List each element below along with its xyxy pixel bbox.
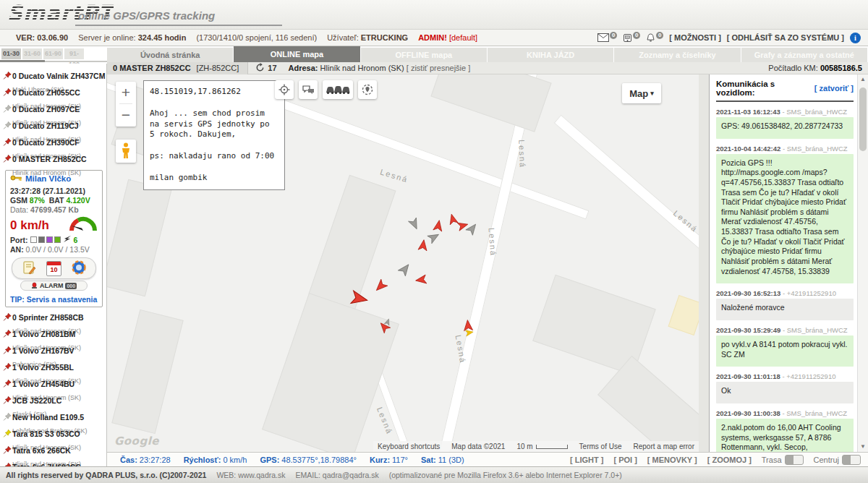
vehicle-list-item[interactable]: Tatra 6x6 266CKHliník nad Hronom (SK) bbox=[0, 443, 106, 459]
vehicle-list-item[interactable]: JCB JS220LCSlaská (SK) bbox=[0, 393, 106, 409]
vehicle-list-item[interactable]: 0 Sprinter ZH858CBHliník nad Hronom (SK) bbox=[0, 309, 106, 326]
service-settings-link[interactable]: TIP: Servis a nastavenia bbox=[10, 295, 98, 304]
selected-vehicle-plate: [ZH-852CC] bbox=[197, 64, 239, 72]
vehicle-arrow-marker[interactable] bbox=[465, 328, 474, 337]
vehicle-list-item[interactable]: New Holland E109.5Lehôtka pod Brehmy (SK… bbox=[0, 409, 106, 426]
alarm-bell-icon[interactable]: 0 bbox=[646, 33, 663, 43]
server-status-group: VER: 03.06.90 Server je online: 324.45 h… bbox=[0, 33, 477, 42]
pushpin-icon bbox=[3, 461, 12, 466]
chevron-down-icon: ▾ bbox=[650, 90, 654, 97]
vehicle-detail-panel: Milan Vlčko 23:27:28 (27.11.2021) GSM 87… bbox=[5, 170, 103, 307]
map-button-menovky[interactable]: [ MENOVKY ] bbox=[647, 456, 697, 464]
tab-online-mapa[interactable]: ONLINE mapa bbox=[234, 46, 359, 62]
message-bubble: 2.nakl.potom do 16,00 AHT Cooling system… bbox=[716, 419, 854, 452]
settings-globe-icon[interactable] bbox=[72, 260, 86, 276]
vehicle-list-item[interactable]: 0 Ducato ZH097CEHliník nad Hronom (SK) bbox=[0, 101, 106, 118]
poi-location-icon[interactable] bbox=[358, 80, 377, 99]
vehicle-list-item[interactable]: 1 Volvo ZH355BLHliník nad Hronom (SK) bbox=[0, 359, 106, 376]
comm-scrollbar[interactable]: ▲ ▼ bbox=[857, 74, 868, 452]
street-view-pegman[interactable] bbox=[116, 140, 136, 163]
map-button-light[interactable]: [ LIGHT ] bbox=[570, 456, 603, 464]
pushpin-icon bbox=[3, 312, 12, 325]
vehicle-name: 0 Ducato Valnik ZH437CM bbox=[12, 72, 105, 80]
scroll-up-arrow[interactable]: ▲ bbox=[858, 74, 868, 85]
tab-offline-mapa[interactable]: OFFLINE mapa bbox=[361, 48, 487, 62]
tab-zoznamy-a-seln-ky[interactable]: Zoznamy a číselníky bbox=[614, 48, 740, 62]
report-map-error-link[interactable]: Report a map error bbox=[634, 443, 694, 450]
keyboard-shortcuts-link[interactable]: Keyboard shortcuts bbox=[378, 443, 440, 450]
options-button[interactable]: [ MOŽNOSTI ] bbox=[669, 33, 721, 42]
pager-tab-91-120[interactable]: 91-120 bbox=[64, 48, 84, 59]
map-note-box[interactable]: 48.151019,17.861262 Ahoj ... sem chod pr… bbox=[143, 80, 285, 190]
map-zoom-control: + − bbox=[116, 82, 136, 127]
vehicle-name: 0 Ducato ZH119CJ bbox=[12, 121, 79, 130]
vehicle-arrow-marker[interactable] bbox=[351, 290, 369, 308]
tab-grafy-a-z-znamy-a-ostatn-[interactable]: Grafy a záznamy a ostatné bbox=[741, 48, 867, 62]
zoom-in-button[interactable]: + bbox=[116, 82, 136, 103]
centruj-label: Centruj bbox=[814, 456, 839, 464]
street-name-label: Lesná bbox=[379, 167, 409, 184]
status-gps: GPS:48.53775°,18.79884° bbox=[260, 456, 357, 464]
street-name-label: Lesná bbox=[517, 140, 527, 168]
vehicle-list-item[interactable]: 0 Ducato Valnik ZH437CMMalé Uherce (SK) bbox=[0, 68, 106, 85]
gsm-device-icon[interactable]: 0 bbox=[623, 33, 640, 43]
status-header-bar: VER: 03.06.90 Server je online: 324.45 h… bbox=[0, 29, 868, 46]
pager-tab-01-30[interactable]: 01-30 bbox=[1, 48, 21, 59]
pager-tab-61-90[interactable]: 61-90 bbox=[43, 48, 63, 59]
scroll-down-arrow[interactable]: ▼ bbox=[858, 442, 868, 452]
traffic-icon[interactable] bbox=[323, 80, 353, 99]
mail-icon[interactable]: 0 bbox=[597, 33, 617, 42]
notes-icon[interactable] bbox=[22, 260, 36, 276]
calendar-icon[interactable]: 10 bbox=[46, 261, 61, 276]
pushpin-icon bbox=[3, 411, 12, 424]
refresh-icon[interactable] bbox=[255, 63, 265, 74]
selected-vehicle-name-cell[interactable]: 0 MASTER ZH852CC [ZH-852CC] bbox=[107, 62, 248, 74]
scroll-thumb[interactable] bbox=[859, 87, 867, 151]
vehicle-list-item[interactable]: 0 Ducato ZH119CJHliník nad Hronom (SK) bbox=[0, 118, 106, 134]
vehicle-list-item[interactable]: 0 MASTER ZH852CCHliník nad Hronom (SK) bbox=[0, 151, 106, 168]
terms-of-use-link[interactable]: Terms of Use bbox=[579, 443, 622, 450]
tab--vodn-str-nka[interactable]: Úvodná stránka bbox=[107, 48, 233, 62]
online-map[interactable]: LesnáLesnáLesnáLesnáLesnáLesná + − 48.15… bbox=[107, 74, 699, 452]
driver-name[interactable]: Milan Vlčko bbox=[25, 174, 71, 183]
chat-bubbles-icon[interactable] bbox=[299, 80, 318, 99]
vehicle-arrow-marker[interactable] bbox=[467, 223, 479, 235]
vehicle-arrow-marker[interactable] bbox=[415, 274, 427, 286]
status-satellites: Sat:11 (3D) bbox=[421, 456, 464, 464]
info-icon[interactable]: i bbox=[850, 33, 861, 43]
address-refine-link[interactable]: [ zistiť presnejšie ] bbox=[407, 64, 471, 72]
vehicle-arrow-marker[interactable] bbox=[417, 239, 430, 252]
map-button-zoomoj[interactable]: [ ZOOMOJ ] bbox=[707, 456, 752, 464]
speed-row: 0 km/h bbox=[10, 216, 98, 234]
map-button-poi[interactable]: [ POI ] bbox=[613, 456, 637, 464]
locate-crosshair-icon[interactable] bbox=[275, 80, 294, 99]
pushpin-icon bbox=[3, 428, 12, 441]
vehicle-list-item[interactable]: 1 Volvo ZH167BVPohranice (SK) bbox=[0, 343, 106, 359]
pager-tab-31-60[interactable]: 31-60 bbox=[22, 48, 42, 59]
trasa-toggle[interactable] bbox=[785, 455, 804, 465]
vehicle-list-item[interactable]: Tatra 6x6 ZH682CGHliník nad Hronom (SK) bbox=[0, 459, 106, 466]
map-toolbar bbox=[275, 80, 377, 99]
pushpin-icon bbox=[3, 137, 12, 150]
vehicle-list-item[interactable]: 1 Volvo ZH081BMHliník nad Hronom (SK) bbox=[0, 326, 106, 343]
vehicle-arrow-marker[interactable] bbox=[409, 218, 421, 231]
map-poi-area bbox=[668, 295, 699, 335]
vehicle-list-item[interactable]: Tara 815 S3 053COHliník nad Hronom (SK) bbox=[0, 426, 106, 443]
zoom-out-button[interactable]: − bbox=[116, 104, 136, 126]
vehicle-list-item[interactable]: 1 Volvo ZH454BUHliník nad Hronom (SK) bbox=[0, 376, 106, 393]
alert-count-badge: 0 bbox=[656, 32, 663, 39]
email-link[interactable]: EMAIL: qadra@qadra.sk bbox=[296, 471, 379, 479]
vehicle-name: Tara 815 S3 053CO bbox=[12, 429, 80, 438]
web-link[interactable]: WEB: www.qadra.sk bbox=[216, 471, 285, 479]
vehicle-list-item[interactable]: 0 Ducato ZH390CFHliník nad Hronom (SK) bbox=[0, 134, 106, 151]
centruj-toggle[interactable] bbox=[842, 455, 861, 465]
vehicle-arrow-marker[interactable] bbox=[399, 262, 412, 275]
alarm-button[interactable]: ALARM 000 bbox=[20, 281, 88, 291]
header-actions: 0 0 0 [ MOŽNOSTI ] [ ODHLÁSIŤ SA ZO SYST… bbox=[597, 33, 868, 43]
tab-kniha-j-zd[interactable]: KNIHA JÁZD bbox=[488, 48, 613, 62]
close-panel-link[interactable]: [ zatvoriť ] bbox=[814, 84, 854, 93]
map-type-button[interactable]: Map ▾ bbox=[622, 83, 661, 103]
vehicle-arrow-marker[interactable] bbox=[378, 321, 390, 333]
logout-button[interactable]: [ ODHLÁSIŤ SA ZO SYSTÉMU ] bbox=[727, 33, 844, 42]
vehicle-arrow-marker[interactable] bbox=[374, 280, 387, 293]
